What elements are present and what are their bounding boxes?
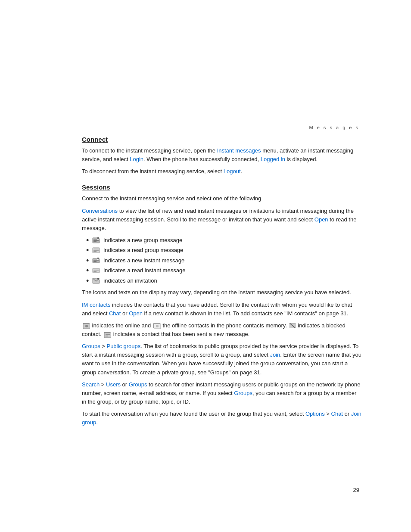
- icons-note: The icons and texts on the display may v…: [82, 288, 361, 297]
- search-para: Search > Users or Groups to search for o…: [82, 380, 361, 406]
- bullet-new-instant: • indicates a new instant message: [82, 256, 361, 265]
- connect-para1: To connect to the instant messaging serv…: [82, 146, 361, 164]
- open-link1[interactable]: Open: [314, 216, 328, 223]
- im-contacts-mid: or: [121, 310, 129, 317]
- sessions-title: Sessions: [82, 184, 361, 191]
- online-contact-icon: [83, 323, 90, 328]
- groups-link[interactable]: Groups: [82, 343, 100, 349]
- open-link2[interactable]: Open: [129, 310, 143, 317]
- bullet-dot-4: •: [86, 267, 89, 274]
- or1: or: [121, 381, 129, 388]
- start-para: To start the conversation when you have …: [82, 410, 361, 427]
- start-text2: .: [96, 419, 98, 426]
- public-groups-link[interactable]: Public groups: [106, 343, 140, 349]
- online-offline-text2: the offline contacts in the phone contac…: [161, 322, 289, 329]
- users-link[interactable]: Users: [106, 381, 121, 388]
- options-link[interactable]: Options: [305, 411, 325, 417]
- bullet-dot-3: •: [86, 257, 89, 264]
- sessions-intro: Connect to the instant messaging service…: [82, 194, 361, 203]
- logout-link[interactable]: Logout: [224, 168, 241, 174]
- bullet-text-3: indicates a new instant message: [103, 256, 184, 265]
- new-instant-icon: [92, 258, 100, 264]
- connect-para1-end: is displayed.: [285, 156, 318, 162]
- or2: or: [343, 411, 351, 417]
- svg-point-17: [97, 278, 100, 280]
- chat-link[interactable]: Chat: [109, 310, 121, 317]
- gt2: >: [100, 381, 106, 388]
- online-offline-text1: indicates the online and: [90, 322, 153, 329]
- connect-section: Connect To connect to the instant messag…: [82, 136, 361, 176]
- connect-para1-before: To connect to the instant messaging serv…: [82, 147, 217, 154]
- read-instant-icon: [92, 268, 100, 274]
- connect-para2: To disconnect from the instant messaging…: [82, 167, 361, 176]
- conversations-link[interactable]: Conversations: [82, 208, 118, 214]
- groups-link3[interactable]: Groups: [234, 390, 252, 396]
- blocked-contact-icon: [290, 323, 296, 328]
- page: M e s s a g e s Connect To connect to th…: [0, 0, 411, 532]
- login-link[interactable]: Login: [130, 156, 143, 162]
- search-link[interactable]: Search: [82, 381, 100, 388]
- conversations-para: Conversations to view the list of new an…: [82, 207, 361, 233]
- bullet-invitation: • indicates an invitation: [82, 277, 361, 285]
- im-contacts-end: if a new contact is shown in the list. T…: [143, 310, 348, 317]
- offline-contact-icon: [153, 323, 160, 328]
- svg-rect-24: [104, 333, 111, 338]
- join-link[interactable]: Join: [270, 352, 280, 358]
- svg-point-4: [97, 237, 100, 240]
- connect-para1-mid2: . When the phone has successfully connec…: [143, 156, 261, 162]
- invitation-icon: [92, 278, 100, 284]
- groups-link2[interactable]: Groups: [129, 381, 147, 388]
- svg-point-12: [97, 258, 100, 260]
- gt1: >: [100, 343, 107, 349]
- page-header-label: M e s s a g e s: [309, 125, 359, 130]
- page-number: 29: [353, 487, 359, 493]
- new-message-contact-icon: [104, 332, 111, 337]
- im-contacts-link[interactable]: IM contacts: [82, 302, 110, 308]
- bullet-text-2: indicates a read group message: [103, 246, 183, 255]
- svg-rect-13: [93, 268, 100, 273]
- icon-bullets: • indicates a new group message •: [82, 236, 361, 285]
- bullet-dot-2: •: [86, 246, 89, 254]
- bullet-dot-1: •: [86, 236, 89, 244]
- sessions-section: Sessions Connect to the instant messagin…: [82, 184, 361, 427]
- connect-para2-before: To disconnect from the instant messaging…: [82, 168, 224, 174]
- read-group-icon: [92, 247, 100, 253]
- im-contacts-para: IM contacts includes the contacts that y…: [82, 301, 361, 318]
- logged-in-link[interactable]: Logged in: [261, 156, 285, 162]
- connect-title: Connect: [82, 136, 361, 143]
- online-offline-para: indicates the online and the offline con…: [82, 321, 361, 339]
- svg-point-21: [156, 325, 159, 327]
- bullet-text-4: indicates a read instant message: [103, 266, 185, 275]
- instant-messages-link[interactable]: Instant messages: [217, 147, 261, 154]
- gt3: >: [325, 411, 331, 417]
- new-group-icon: [92, 237, 100, 243]
- start-text1: To start the conversation when you have …: [82, 411, 305, 417]
- bullet-read-group: • indicates a read group message: [82, 246, 361, 255]
- bullet-text-5: indicates an invitation: [103, 277, 157, 285]
- connect-para2-end: .: [241, 168, 243, 174]
- bullet-read-instant: • indicates a read instant message: [82, 266, 361, 275]
- bullet-dot-5: •: [86, 277, 89, 285]
- new-msg-text: indicates a contact that has been sent a…: [112, 331, 249, 337]
- bullet-new-group: • indicates a new group message: [82, 236, 361, 245]
- conversations-text: to view the list of new and read instant…: [82, 208, 354, 223]
- svg-point-19: [85, 325, 88, 327]
- chat-link2[interactable]: Chat: [331, 411, 343, 417]
- groups-para: Groups > Public groups. The list of book…: [82, 342, 361, 377]
- bullet-text-1: indicates a new group message: [103, 236, 182, 245]
- main-content: Connect To connect to the instant messag…: [82, 136, 361, 435]
